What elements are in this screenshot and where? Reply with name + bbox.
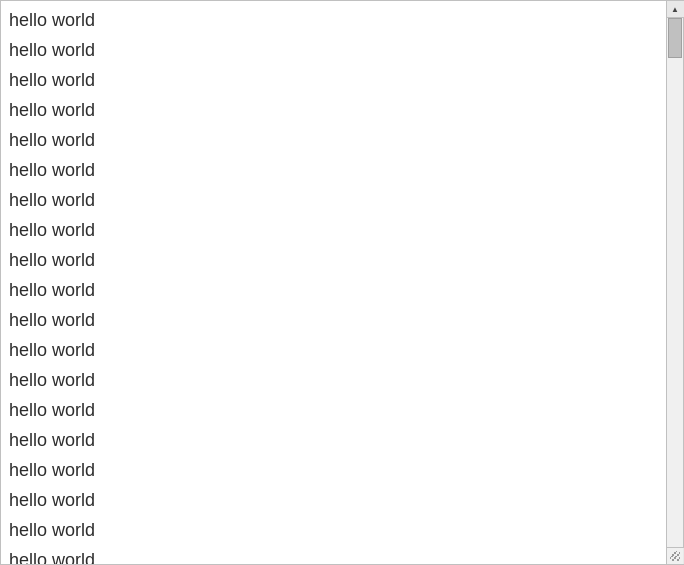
text-lines: hello worldhello worldhello worldhello w…	[1, 1, 665, 564]
text-line: hello world	[9, 335, 661, 365]
text-line: hello world	[9, 245, 661, 275]
text-line: hello world	[9, 5, 661, 35]
text-line: hello world	[9, 485, 661, 515]
text-line: hello world	[9, 275, 661, 305]
text-line: hello world	[9, 215, 661, 245]
text-line: hello world	[9, 365, 661, 395]
text-line: hello world	[9, 545, 661, 564]
text-line: hello world	[9, 35, 661, 65]
text-line: hello world	[9, 125, 661, 155]
text-line: hello world	[9, 95, 661, 125]
textarea-content: hello worldhello worldhello worldhello w…	[1, 1, 683, 564]
scrollbar-up-button[interactable]: ▲	[667, 1, 684, 18]
text-line: hello world	[9, 425, 661, 455]
textarea-container[interactable]: hello worldhello worldhello worldhello w…	[0, 0, 684, 565]
text-line: hello world	[9, 395, 661, 425]
text-line: hello world	[9, 455, 661, 485]
resize-handle[interactable]	[666, 547, 683, 564]
text-line: hello world	[9, 515, 661, 545]
scrollbar-track: ▲ ▼	[666, 1, 683, 564]
scrollbar-thumb[interactable]	[668, 18, 682, 58]
scrollbar-middle[interactable]	[667, 18, 683, 547]
text-line: hello world	[9, 65, 661, 95]
text-line: hello world	[9, 155, 661, 185]
text-line: hello world	[9, 305, 661, 335]
text-line: hello world	[9, 185, 661, 215]
